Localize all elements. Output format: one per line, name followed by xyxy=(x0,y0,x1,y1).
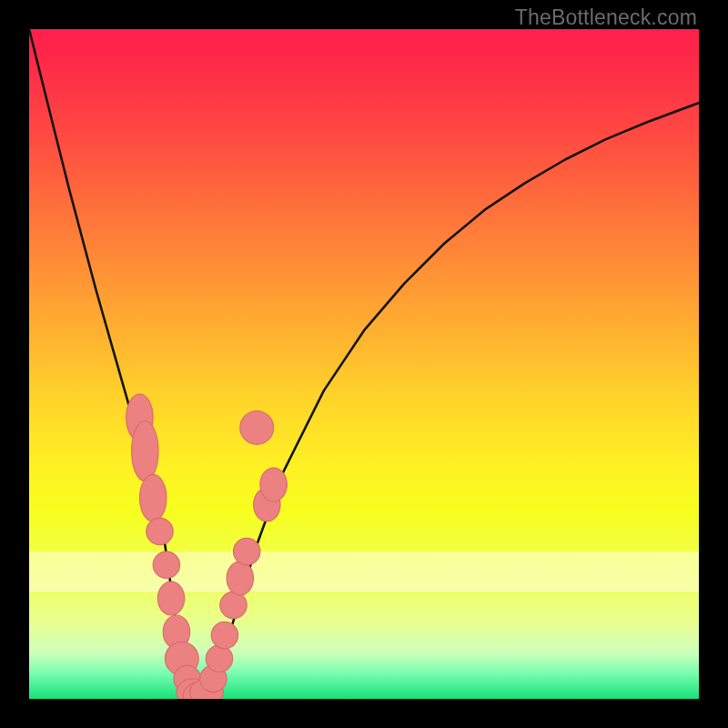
curve-marker xyxy=(220,592,247,618)
curve-marker xyxy=(260,468,287,501)
plot-area xyxy=(29,29,699,699)
marker-group xyxy=(126,394,288,699)
watermark-text: TheBottleneck.com xyxy=(515,5,697,30)
curve-marker xyxy=(153,551,179,578)
curve-layer xyxy=(29,29,699,699)
curve-marker xyxy=(157,581,184,615)
curve-marker xyxy=(206,645,232,672)
curve-marker xyxy=(211,622,238,648)
curve-marker xyxy=(227,561,253,595)
curve-marker xyxy=(132,421,158,481)
curve-group xyxy=(29,29,699,699)
curve-marker xyxy=(234,538,260,564)
bottleneck-curve xyxy=(29,29,699,699)
curve-marker xyxy=(147,518,173,544)
curve-marker xyxy=(140,474,167,521)
curve-marker xyxy=(240,411,274,445)
chart-frame: TheBottleneck.com xyxy=(0,0,728,728)
